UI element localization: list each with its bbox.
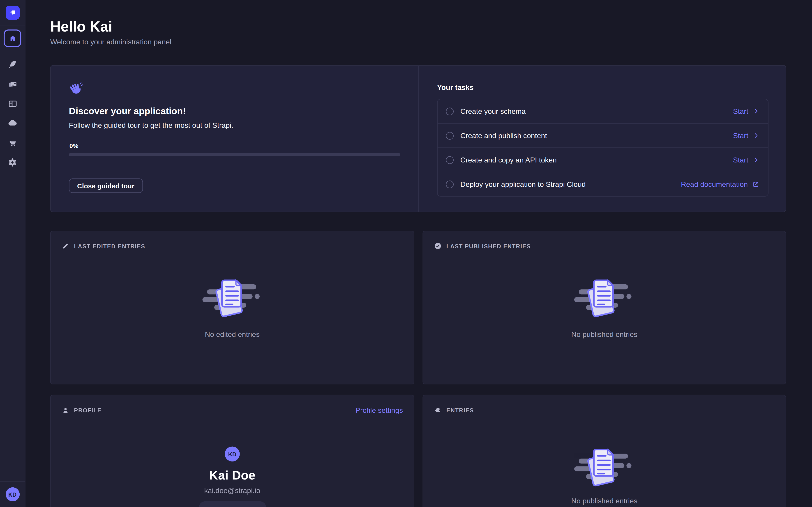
tasks-title: Your tasks <box>437 83 474 92</box>
sidebar-item-settings[interactable] <box>4 153 21 172</box>
card-header: ENTRIES <box>423 395 785 414</box>
cloud-icon <box>7 118 17 128</box>
task-status-circle <box>446 131 454 139</box>
sidebar-item-home[interactable] <box>4 30 21 47</box>
user-icon <box>62 406 69 414</box>
task-row-create-schema[interactable]: Create your schema Start <box>438 99 768 123</box>
user-avatar[interactable]: KD <box>5 488 19 501</box>
sidebar-footer: KD <box>0 481 25 507</box>
task-row-deploy-cloud[interactable]: Deploy your application to Strapi Cloud … <box>438 172 768 196</box>
cart-icon <box>7 138 17 148</box>
empty-state-text: No published entries <box>571 497 638 505</box>
profile-avatar: KD <box>225 446 240 461</box>
task-action-label: Start <box>733 131 748 140</box>
guided-tour-panel: Discover your application! Follow the gu… <box>50 65 786 212</box>
sidebar-item-deploy[interactable] <box>4 113 21 133</box>
card-header: LAST PUBLISHED ENTRIES <box>423 231 785 250</box>
task-label: Create and publish content <box>460 131 547 140</box>
home-icon <box>8 34 17 43</box>
puzzle-icon <box>434 406 442 414</box>
check-circle-icon <box>434 242 442 250</box>
profile-role-badge <box>199 501 266 507</box>
task-status-circle <box>446 180 454 188</box>
sidebar-item-marketplace[interactable] <box>4 133 21 153</box>
task-action-label: Read documentation <box>681 180 748 188</box>
task-status-circle <box>446 107 454 115</box>
empty-documents-illustration <box>574 276 635 321</box>
task-label: Deploy your application to Strapi Cloud <box>460 180 586 188</box>
progress-label: 0% <box>69 142 79 150</box>
task-list: Create your schema Start Create and publ… <box>437 99 768 197</box>
empty-state-text: No edited entries <box>205 330 260 338</box>
task-start-link[interactable]: Start <box>733 131 760 140</box>
card-title: PROFILE <box>74 407 101 413</box>
sidebar: KD <box>0 0 26 507</box>
task-start-link[interactable]: Start <box>733 156 760 164</box>
tasks-section: Your tasks Create your schema Start <box>419 66 785 212</box>
chevron-right-icon <box>753 132 760 139</box>
chevron-right-icon <box>753 108 760 115</box>
layout-icon <box>7 99 17 108</box>
profile-name: Kai Doe <box>209 468 255 483</box>
external-link-icon <box>752 180 760 188</box>
read-documentation-link[interactable]: Read documentation <box>681 180 760 188</box>
main-content: Hello Kai Welcome to your administration… <box>26 0 812 507</box>
page-subtitle: Welcome to your administration panel <box>50 38 171 46</box>
card-title: ENTRIES <box>446 407 474 413</box>
strapi-logo[interactable] <box>5 6 19 19</box>
strapi-dashboard: KD Hello Kai Welcome to your administrat… <box>0 0 812 507</box>
empty-state: No published entries <box>423 276 785 338</box>
sidebar-item-content-type-builder[interactable] <box>4 94 21 113</box>
profile-settings-link[interactable]: Profile settings <box>355 406 403 414</box>
task-start-link[interactable]: Start <box>733 107 760 115</box>
feather-icon <box>8 59 17 69</box>
empty-documents-illustration <box>574 445 635 490</box>
task-status-circle <box>446 156 454 164</box>
task-row-publish-content[interactable]: Create and publish content Start <box>438 123 768 147</box>
sidebar-footer-divider <box>0 481 25 482</box>
sidebar-item-content-manager[interactable] <box>4 54 21 74</box>
last-edited-entries-card: LAST EDITED ENTRIES <box>50 231 414 384</box>
task-label: Create and copy an API token <box>460 156 557 164</box>
card-title: LAST PUBLISHED ENTRIES <box>446 243 531 249</box>
empty-state-text: No published entries <box>571 330 638 338</box>
task-label: Create your schema <box>460 107 525 115</box>
entries-card: ENTRIES <box>422 395 786 507</box>
card-header: PROFILE Profile settings <box>51 395 414 414</box>
sidebar-item-media-library[interactable] <box>4 74 21 94</box>
card-header: LAST EDITED ENTRIES <box>51 231 414 250</box>
empty-state: No published entries <box>423 445 785 505</box>
guided-tour-section: Discover your application! Follow the gu… <box>51 66 419 212</box>
profile-email: kai.doe@strapi.io <box>204 486 260 495</box>
guided-tour-title: Discover your application! <box>69 106 186 117</box>
card-title: LAST EDITED ENTRIES <box>74 243 145 249</box>
task-action-label: Start <box>733 156 748 164</box>
progress-bar <box>69 153 400 156</box>
images-icon <box>7 79 17 89</box>
pencil-icon <box>62 242 69 250</box>
waving-hand-icon <box>69 81 83 95</box>
strapi-logo-glyph <box>8 8 17 17</box>
task-action-label: Start <box>733 107 748 115</box>
profile-card: PROFILE Profile settings KD Kai Doe kai.… <box>50 395 414 507</box>
guided-tour-subtitle: Follow the guided tour to get the most o… <box>69 121 233 129</box>
gear-icon <box>7 157 17 168</box>
sidebar-divider <box>0 25 25 25</box>
close-guided-tour-button[interactable]: Close guided tour <box>69 178 143 193</box>
empty-documents-illustration <box>202 276 263 321</box>
last-published-entries-card: LAST PUBLISHED ENTRIES <box>422 231 786 384</box>
task-row-api-token[interactable]: Create and copy an API token Start <box>438 147 768 172</box>
page-title: Hello Kai <box>50 19 112 35</box>
chevron-right-icon <box>753 156 760 163</box>
profile-body: KD Kai Doe kai.doe@strapi.io <box>51 446 414 507</box>
empty-state: No edited entries <box>51 276 414 338</box>
